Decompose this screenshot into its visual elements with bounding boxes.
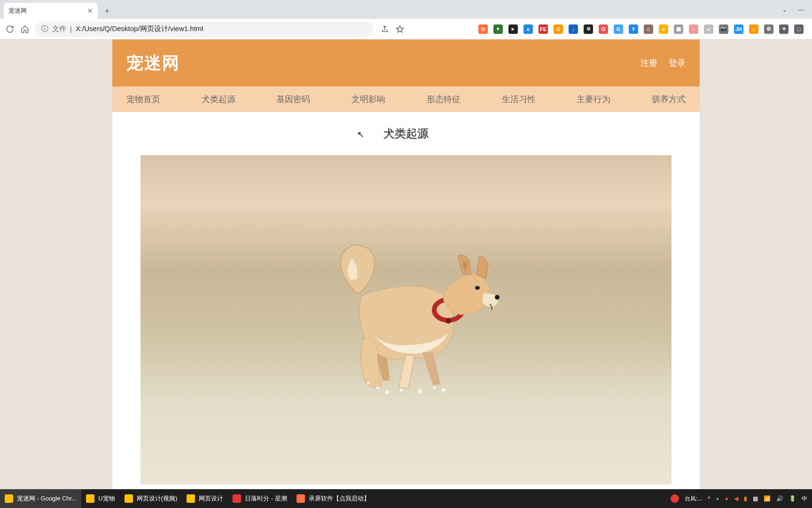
extension-icon[interactable]: □ xyxy=(749,24,758,34)
taskbar-item-label: 网页设计 xyxy=(199,494,223,503)
tab-strip: 宠迷网 ✕ + ⌄ — xyxy=(0,0,812,19)
system-tray: 台风:... ^ ● ● ◀ ▮ ▦ 📶 🔊 🔋 中 xyxy=(671,494,812,503)
register-link[interactable]: 注册 xyxy=(640,57,657,69)
taskbar-item-icon xyxy=(233,494,241,503)
taskbar-item-label: U宠物 xyxy=(98,494,115,503)
taskbar-item-icon xyxy=(86,494,94,503)
battery-icon[interactable]: 🔋 xyxy=(789,495,796,502)
info-icon: ⓘ xyxy=(41,24,48,33)
svg-point-9 xyxy=(367,381,370,384)
taskbar-item-label: 网页设计(视频) xyxy=(137,494,178,503)
site-header: 宠迷网 注册 登录 xyxy=(112,40,700,87)
tray-dot-icon[interactable]: ● xyxy=(725,495,728,502)
nav-item-0[interactable]: 宠物首页 xyxy=(126,94,160,105)
auth-links: 注册 登录 xyxy=(640,57,686,69)
extension-icon[interactable]: Y xyxy=(629,24,638,34)
tab-title: 宠迷网 xyxy=(8,7,27,15)
nav-item-2[interactable]: 基因密码 xyxy=(276,94,310,105)
taskbar-item-label: 日落时分 - 星潮 xyxy=(245,494,287,503)
ime-indicator[interactable]: 中 xyxy=(802,495,807,503)
nav-item-4[interactable]: 形态特征 xyxy=(427,94,461,105)
extension-icon[interactable]: ♀ xyxy=(689,24,698,34)
extension-icon[interactable]: ∞ xyxy=(704,24,713,34)
taskbar: 宠迷网 - Google Chr...U宠物网页设计(视频)网页设计日落时分 -… xyxy=(0,489,812,508)
tray-icon[interactable] xyxy=(671,494,679,503)
svg-point-6 xyxy=(400,389,403,391)
login-link[interactable]: 登录 xyxy=(669,57,686,69)
content: 犬类起源 xyxy=(112,112,700,489)
extension-icon[interactable]: O xyxy=(554,24,563,34)
nav-item-1[interactable]: 犬类起源 xyxy=(202,94,235,105)
extension-icon[interactable]: ▾ xyxy=(493,24,503,34)
svg-point-10 xyxy=(442,388,445,392)
nav-item-3[interactable]: 文明影响 xyxy=(351,94,385,105)
svg-point-3 xyxy=(475,286,480,290)
extension-icon[interactable]: G xyxy=(614,24,623,34)
chevron-down-icon[interactable]: ⌄ xyxy=(782,6,788,13)
taskbar-item-icon xyxy=(5,494,13,503)
svg-point-5 xyxy=(385,390,389,394)
taskbar-item[interactable]: 宠迷网 - Google Chr... xyxy=(0,489,81,508)
tray-chevron-icon[interactable]: ^ xyxy=(708,495,710,502)
tray-arrow-icon[interactable]: ◀ xyxy=(734,495,738,502)
svg-point-2 xyxy=(495,295,500,300)
site-title: 宠迷网 xyxy=(126,52,180,75)
url-text: X:/Users/Q/Desktop/网页设计/view1.html xyxy=(76,24,203,33)
extension-icon[interactable]: ✦ xyxy=(779,24,789,34)
nav-item-5[interactable]: 生活习性 xyxy=(502,94,536,105)
page-body: 宠迷网 注册 登录 宠物首页犬类起源基因密码文明影响形态特征生活习性主要行为驯养… xyxy=(112,40,700,489)
browser-tab[interactable]: 宠迷网 ✕ xyxy=(4,3,98,19)
extension-icon[interactable]: JH xyxy=(734,24,743,34)
extension-icon[interactable]: O xyxy=(478,24,488,34)
taskbar-item-icon xyxy=(187,494,195,503)
page-heading: 犬类起源 xyxy=(141,126,671,141)
extension-icon[interactable]: □ xyxy=(794,24,804,34)
extension-row: O▾▸eFEO↓※OGY☺●▦♀∞📷JH□⚙✦□ xyxy=(478,24,807,34)
extension-icon[interactable]: ☺ xyxy=(644,24,653,34)
extension-icon[interactable]: ⚙ xyxy=(764,24,773,34)
share-icon[interactable] xyxy=(380,24,390,34)
extension-icon[interactable]: O xyxy=(599,24,608,34)
minimize-icon[interactable]: — xyxy=(798,6,804,13)
taskbar-item-icon xyxy=(297,494,305,503)
taskbar-item[interactable]: U宠物 xyxy=(81,489,119,508)
wifi-icon[interactable]: 📶 xyxy=(764,495,771,502)
new-tab-button[interactable]: + xyxy=(101,5,114,18)
close-tab-icon[interactable]: ✕ xyxy=(87,7,93,15)
svg-point-4 xyxy=(376,386,379,389)
extension-icon[interactable]: ● xyxy=(659,24,668,34)
extension-icon[interactable]: ※ xyxy=(584,24,593,34)
taskbar-item[interactable]: 网页设计 xyxy=(182,489,228,508)
taskbar-item[interactable]: 网页设计(视频) xyxy=(120,489,182,508)
extension-icon[interactable]: ▦ xyxy=(674,24,683,34)
weather-text[interactable]: 台风:... xyxy=(685,495,702,503)
volume-icon[interactable]: 🔊 xyxy=(776,495,783,502)
reload-button[interactable] xyxy=(5,24,15,34)
hero-image xyxy=(141,155,671,484)
qr-icon[interactable]: ▦ xyxy=(753,495,758,502)
taskbar-item[interactable]: 录屏软件【点我启动】 xyxy=(292,489,375,508)
taskbar-item-icon xyxy=(125,494,133,503)
address-bar[interactable]: ⓘ 文件 | X:/Users/Q/Desktop/网页设计/view1.htm… xyxy=(35,22,373,37)
svg-point-1 xyxy=(445,318,451,324)
viewport: 宠迷网 注册 登录 宠物首页犬类起源基因密码文明影响形态特征生活习性主要行为驯养… xyxy=(0,40,812,489)
home-button[interactable] xyxy=(20,24,30,34)
nav-item-6[interactable]: 主要行为 xyxy=(577,94,610,105)
extension-icon[interactable]: FE xyxy=(539,24,548,34)
extension-icon[interactable]: ↓ xyxy=(569,24,578,34)
site-nav: 宠物首页犬类起源基因密码文明影响形态特征生活习性主要行为驯养方式 xyxy=(112,87,700,112)
bookmark-icon[interactable] xyxy=(395,24,405,34)
nav-item-7[interactable]: 驯养方式 xyxy=(652,94,686,105)
browser-toolbar: ⓘ 文件 | X:/Users/Q/Desktop/网页设计/view1.htm… xyxy=(0,19,812,40)
taskbar-item-label: 录屏软件【点我启动】 xyxy=(309,494,370,503)
taskbar-item-label: 宠迷网 - Google Chr... xyxy=(17,494,77,503)
extension-icon[interactable]: e xyxy=(523,24,533,34)
svg-point-7 xyxy=(418,389,422,394)
dog-illustration xyxy=(307,223,505,404)
wechat-icon[interactable]: ● xyxy=(716,495,719,502)
taskbar-item[interactable]: 日落时分 - 星潮 xyxy=(228,489,292,508)
extension-icon[interactable]: 📷 xyxy=(719,24,728,34)
url-prefix: 文件 xyxy=(52,24,66,33)
tray-app-icon[interactable]: ▮ xyxy=(744,495,747,502)
extension-icon[interactable]: ▸ xyxy=(508,24,518,34)
